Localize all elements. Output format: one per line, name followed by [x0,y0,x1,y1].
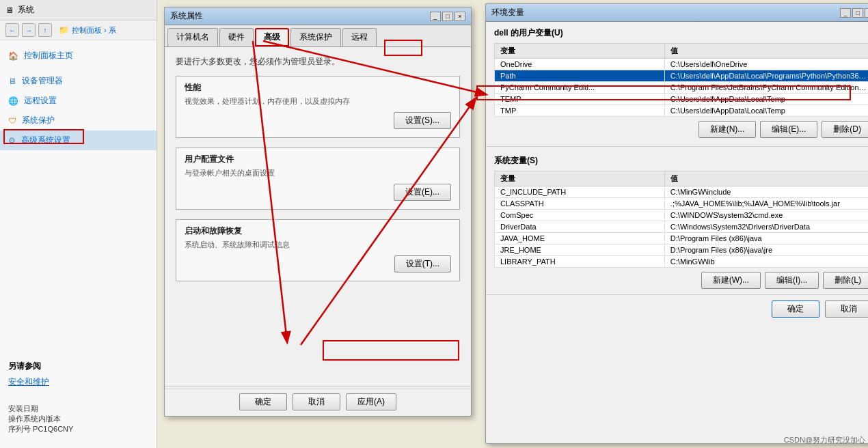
sys-var-value: C:\MinGW\lib [664,256,868,268]
startup-title: 启动和故障恢复 [185,225,451,237]
install-date-label: 安装日期 [8,404,38,412]
performance-section: 性能 视觉效果，处理器计划，内存使用，以及虚拟内存 设置(S)... [176,76,460,138]
sys-var-name: CLASSPATH [495,198,665,210]
sidebar-item-protection[interactable]: 🛡 系统保护 [0,111,157,130]
sysprop-content: 要进行大多数更改，您必须作为管理员登录。 性能 视觉效果，处理器计划，内存使用，… [165,47,471,299]
dialog-envvar: 环境变量 _ □ × dell 的用户变量(U) 变量 值 OneDriveC:… [485,3,868,444]
sidebar-item-device-manager[interactable]: 🖥 设备管理器 [0,71,157,91]
user-var-row[interactable]: OneDriveC:\Users\dell\OneDrive [495,59,869,70]
home-icon: 🏠 [8,51,18,61]
sys-vars-title: 系统变量(S) [494,155,868,167]
envvar-title: 环境变量 [491,7,524,18]
envvar-close-button[interactable]: × [865,8,868,18]
sysprop-apply-button[interactable]: 应用(A) [346,393,396,410]
sys-var-row[interactable]: LIBRARY_PATHC:\MinGW\lib [495,256,869,268]
envvar-maximize-button[interactable]: □ [852,8,863,18]
user-new-button[interactable]: 新建(N)... [699,121,757,138]
startup-settings-button[interactable]: 设置(T)... [394,255,451,272]
sys-var-row[interactable]: C_INCLUDE_PATHC:\MinGW\include [495,186,869,198]
sidebar-item-remote[interactable]: 🌐 远程设置 [0,91,157,111]
sys-var-row[interactable]: JRE_HOMED:\Program Files (x86)\java\jre [495,244,869,256]
sysprop-maximize-button[interactable]: □ [442,12,453,21]
advanced-label: 高级系统设置 [21,135,70,146]
sidebar-item-home[interactable]: 🏠 控制面板主页 [0,46,157,66]
sysprop-close-button[interactable]: × [455,12,465,21]
up-button[interactable]: ↑ [38,23,52,37]
home-label: 控制面板主页 [24,50,73,61]
startup-desc: 系统启动、系统故障和调试信息 [185,240,451,250]
userprofile-section: 用户配置文件 与登录帐户相关的桌面设置 设置(E)... [176,148,460,210]
sys-var-value: C:\Windows\System32\Drivers\DriverData [664,221,868,233]
breadcrumb-path: 📁 [59,25,69,35]
user-var-row[interactable]: PyCharm Community Editi...C:\Program Fil… [495,82,869,94]
main-area: 系统属性 _ □ × 计算机名 硬件 高级 系统保护 远程 要进行大多数更改，您… [157,0,868,448]
watermark: CSDN@努力研究没加心 [784,435,865,445]
sys-var-name: C_INCLUDE_PATH [495,186,665,198]
title-bar: 🖥 系统 [0,0,157,20]
user-var-row[interactable]: TEMPC:\Users\dell\AppData\Local\Temp [495,94,869,105]
sys-var-value: C:\MinGW\include [664,186,868,198]
user-vars-title: dell 的用户变量(U) [494,27,868,39]
window-title: 系统 [18,4,34,16]
envvar-action-bar: 确定 取消 [486,294,868,323]
sys-var-row[interactable]: CLASSPATH.;%JAVA_HOME%\lib;%JAVA_HOME%\l… [495,198,869,210]
envvar-title-bar: 环境变量 _ □ × [486,4,868,22]
also-see-title: 另请参阅 [8,361,49,372]
forward-button[interactable]: → [22,23,36,37]
sysprop-cancel-button[interactable]: 取消 [293,393,340,410]
user-var-row[interactable]: PathC:\Users\dell\AppData\Local\Programs… [495,70,869,82]
user-edit-button[interactable]: 编辑(E)... [760,121,817,138]
sys-var-row[interactable]: ComSpecC:\WINDOWS\system32\cmd.exe [495,210,869,221]
tab-remote[interactable]: 远程 [342,28,377,46]
sys-col-variable-header: 变量 [495,171,665,186]
sys-vars-table: 变量 值 C_INCLUDE_PATHC:\MinGW\includeCLASS… [494,171,868,268]
tab-advanced[interactable]: 高级 [255,28,289,46]
envvar-window-buttons: _ □ × [840,8,868,18]
sys-var-name: ComSpec [495,210,665,221]
user-var-name: PyCharm Community Editi... [495,82,665,94]
user-var-value: C:\Program Files\JetBrains\PyCharm Commu… [664,82,868,94]
sys-var-value: D:\Program Files (x86)\java [664,233,868,244]
tab-computer-name[interactable]: 计算机名 [167,28,218,46]
sys-var-row[interactable]: JAVA_HOMED:\Program Files (x86)\java [495,233,869,244]
performance-settings-button[interactable]: 设置(S)... [394,112,451,129]
userprofile-settings-button[interactable]: 设置(E)... [394,184,451,201]
security-link[interactable]: 安全和维护 [8,376,49,388]
bottom-info: 安装日期 操作系统内版本 序列号 PC1Q6CNY [8,404,73,434]
startup-section: 启动和故障恢复 系统启动、系统故障和调试信息 设置(T)... [176,219,460,281]
sys-var-row[interactable]: DriverDataC:\Windows\System32\Drivers\Dr… [495,221,869,233]
user-var-name: TMP [495,105,665,117]
sidebar-item-advanced[interactable]: ⚙ 高级系统设置 [0,130,157,150]
envvar-ok-button[interactable]: 确定 [772,300,819,318]
user-var-row[interactable]: TMPC:\Users\dell\AppData\Local\Temp [495,105,869,117]
os-version-row: 操作系统内版本 [8,414,73,424]
sysprop-minimize-button[interactable]: _ [430,12,441,21]
sys-var-name: JAVA_HOME [495,233,665,244]
tab-system-protection[interactable]: 系统保护 [290,28,341,46]
user-var-value: C:\Users\dell\AppData\Local\Temp [664,105,868,117]
col-variable-header: 变量 [495,44,665,59]
envvar-cancel-button[interactable]: 取消 [825,300,868,318]
install-date-row: 安装日期 [8,404,73,414]
tab-bar: 计算机名 硬件 高级 系统保护 远程 [165,25,471,47]
sys-edit-button[interactable]: 编辑(I)... [765,272,819,289]
sys-delete-button[interactable]: 删除(L) [823,272,868,289]
user-var-value: C:\Users\dell\AppData\Local\Programs\Pyt… [664,70,868,82]
breadcrumb-bar: ← → ↑ 📁 控制面板 › 系 [0,20,157,40]
performance-title: 性能 [185,82,451,94]
sys-new-button[interactable]: 新建(W)... [701,272,761,289]
back-button[interactable]: ← [5,23,19,37]
protection-label: 系统保护 [22,115,55,126]
sys-var-name: JRE_HOME [495,244,665,256]
user-var-name: OneDrive [495,59,665,70]
tab-hardware[interactable]: 硬件 [219,28,254,46]
sys-var-value: C:\WINDOWS\system32\cmd.exe [664,210,868,221]
user-vars-section: dell 的用户变量(U) 变量 值 OneDriveC:\Users\dell… [486,22,868,143]
sys-vars-buttons: 新建(W)... 编辑(I)... 删除(L) [494,272,868,289]
left-bottom: 另请参阅 安全和维护 [0,355,57,393]
envvar-minimize-button[interactable]: _ [840,8,851,18]
sysprop-title: 系统属性 [170,10,203,22]
sysprop-ok-button[interactable]: 确定 [239,393,287,410]
dialog-sysprop: 系统属性 _ □ × 计算机名 硬件 高级 系统保护 远程 要进行大多数更改，您… [164,7,472,417]
user-delete-button[interactable]: 删除(D) [822,121,868,138]
